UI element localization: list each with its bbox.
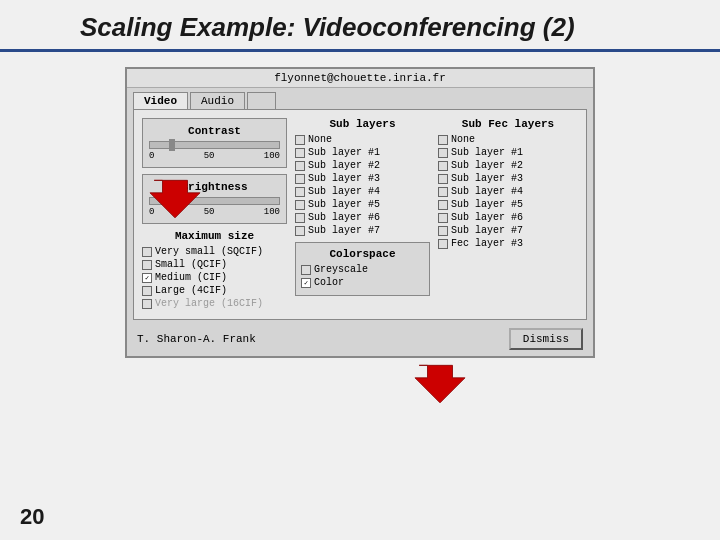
title-bar: Scaling Example: Videoconferencing (2) <box>0 0 720 52</box>
sublayer-1: Sub layer #1 <box>295 147 430 158</box>
sublayer-check-2[interactable] <box>295 161 305 171</box>
colorspace-check-color[interactable] <box>301 278 311 288</box>
size-option-1: Small (QCIF) <box>142 259 287 270</box>
sublayers-title: Sub layers <box>295 118 430 130</box>
dialog-titlebar: flyonnet@chouette.inria.fr <box>127 69 593 88</box>
sublayer-check-none[interactable] <box>295 135 305 145</box>
sublayer-check-7[interactable] <box>295 226 305 236</box>
fec-check-3[interactable] <box>438 174 448 184</box>
size-option-4: Very large (16CIF) <box>142 298 287 309</box>
size-check-0[interactable] <box>142 247 152 257</box>
sublayer-2: Sub layer #2 <box>295 160 430 171</box>
dismiss-button[interactable]: Dismiss <box>509 328 583 350</box>
sublayer-none: None <box>295 134 430 145</box>
size-option-3: Large (4CIF) <box>142 285 287 296</box>
contrast-title: Contrast <box>149 125 280 137</box>
size-option-2: Medium (CIF) <box>142 272 287 283</box>
max-size-title: Maximum size <box>142 230 287 242</box>
tab-video[interactable]: Video <box>133 92 188 109</box>
footer-author-text: T. Sharon-A. Frank <box>137 333 256 345</box>
colorspace-check-grey[interactable] <box>301 265 311 275</box>
fec-4: Sub layer #4 <box>438 186 578 197</box>
colorspace-title: Colorspace <box>301 248 424 260</box>
sublayer-check-4[interactable] <box>295 187 305 197</box>
slide-title: Scaling Example: Videoconferencing (2) <box>80 12 575 42</box>
fec-layer3: Fec layer #3 <box>438 238 578 249</box>
size-check-2[interactable] <box>142 273 152 283</box>
fec-check-7[interactable] <box>438 226 448 236</box>
contrast-box: Contrast 0 50 100 <box>142 118 287 168</box>
size-option-0: Very small (SQCIF) <box>142 246 287 257</box>
fec-check-2[interactable] <box>438 161 448 171</box>
fec-3: Sub layer #3 <box>438 173 578 184</box>
right-panel: Sub Fec layers None Sub layer #1 Sub lay… <box>438 118 578 311</box>
fec-2: Sub layer #2 <box>438 160 578 171</box>
contrast-labels: 0 50 100 <box>149 151 280 161</box>
fec-5: Sub layer #5 <box>438 199 578 210</box>
tab-audio[interactable]: Audio <box>190 92 245 109</box>
sublayer-check-1[interactable] <box>295 148 305 158</box>
fec-check-6[interactable] <box>438 213 448 223</box>
sublayer-6: Sub layer #6 <box>295 212 430 223</box>
left-arrow-icon <box>145 172 205 222</box>
sublayer-5: Sub layer #5 <box>295 199 430 210</box>
subfeclayers-title: Sub Fec layers <box>438 118 578 130</box>
middle-panel: Sub layers None Sub layer #1 Sub layer #… <box>295 118 430 311</box>
sublayer-check-6[interactable] <box>295 213 305 223</box>
sublayer-4: Sub layer #4 <box>295 186 430 197</box>
dialog-tabs: Video Audio <box>127 88 593 109</box>
right-arrow-icon <box>410 357 470 407</box>
colorspace-grey: Greyscale <box>301 264 424 275</box>
fec-6: Sub layer #6 <box>438 212 578 223</box>
contrast-slider[interactable] <box>149 141 280 149</box>
sublayer-check-3[interactable] <box>295 174 305 184</box>
fec-none: None <box>438 134 578 145</box>
size-check-4[interactable] <box>142 299 152 309</box>
fec-check-none[interactable] <box>438 135 448 145</box>
svg-marker-1 <box>415 365 465 403</box>
fec-check-5[interactable] <box>438 200 448 210</box>
fec-check-4[interactable] <box>438 187 448 197</box>
sublayer-3: Sub layer #3 <box>295 173 430 184</box>
sublayer-7: Sub layer #7 <box>295 225 430 236</box>
slide: Scaling Example: Videoconferencing (2) f… <box>0 0 720 540</box>
fec-check-layer3[interactable] <box>438 239 448 249</box>
colorspace-box: Colorspace Greyscale Color <box>295 242 430 296</box>
tab-extra[interactable] <box>247 92 276 109</box>
fec-1: Sub layer #1 <box>438 147 578 158</box>
svg-marker-0 <box>150 180 200 218</box>
slide-body: flyonnet@chouette.inria.fr Video Audio C… <box>0 52 720 540</box>
dialog-footer: T. Sharon-A. Frank Dismiss <box>127 324 593 356</box>
size-check-1[interactable] <box>142 260 152 270</box>
sublayer-check-5[interactable] <box>295 200 305 210</box>
content-wrapper: flyonnet@chouette.inria.fr Video Audio C… <box>20 62 700 530</box>
slide-number: 20 <box>20 504 44 530</box>
fec-7: Sub layer #7 <box>438 225 578 236</box>
colorspace-color: Color <box>301 277 424 288</box>
size-check-3[interactable] <box>142 286 152 296</box>
fec-check-1[interactable] <box>438 148 448 158</box>
